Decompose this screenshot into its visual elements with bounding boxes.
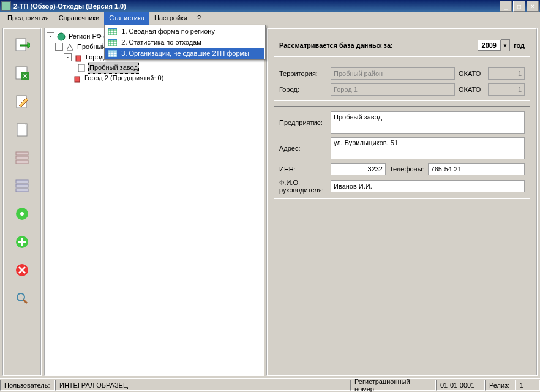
svg-rect-34	[18, 241, 26, 243]
menu-statistics-label: Статистика	[109, 14, 144, 21]
tree-label-selected: Пробный завод	[88, 62, 139, 74]
window-title: 2-ТП (Обзор)-Отходы (Версия 1.0)	[13, 2, 498, 10]
tree-city2[interactable]: Город 2 (Предприятий: 0)	[47, 73, 261, 83]
city-icon	[72, 74, 81, 83]
doc-icon	[77, 63, 86, 72]
svg-rect-24	[16, 152, 28, 155]
ok-button[interactable]	[12, 204, 32, 224]
svg-rect-25	[16, 156, 28, 159]
city-icon	[73, 53, 83, 62]
okato-label: ОКАТО	[459, 70, 484, 77]
statistics-dropdown: 1. Сводная форма по региону 2. Статистик…	[104, 24, 266, 60]
table-icon	[108, 49, 118, 58]
add-button[interactable]	[12, 232, 32, 252]
svg-rect-28	[16, 184, 28, 187]
inn-field[interactable]	[331, 163, 386, 175]
new-button[interactable]	[12, 119, 32, 139]
dd-label: 1. Сводная форма по региону	[121, 28, 215, 35]
svg-rect-26	[16, 160, 28, 164]
list1-button[interactable]	[12, 148, 32, 167]
phone-field[interactable]	[428, 163, 525, 175]
dd-label: 2. Статистика по отходам	[121, 39, 201, 46]
menu-directories[interactable]: Справочники	[54, 12, 105, 24]
territory-field	[331, 67, 455, 80]
year-dropdown-button[interactable]: ▼	[501, 39, 510, 51]
menu-enterprises[interactable]: Предприятия	[2, 12, 54, 24]
svg-rect-42	[75, 77, 80, 82]
tree-plant[interactable]: Пробный завод	[47, 62, 261, 73]
globe-icon	[56, 32, 66, 41]
toolbar: X	[2, 28, 42, 376]
dd-item-missing-orgs[interactable]: 3. Организации, не сдавшие 2ТП формы	[105, 48, 264, 59]
menubar: Предприятия Справочники Статистика 1. Св…	[0, 12, 540, 25]
status-user-lbl: Пользователь:	[0, 380, 55, 391]
search-button[interactable]	[12, 288, 32, 308]
status-rel: 1	[516, 380, 540, 391]
menu-statistics[interactable]: Статистика 1. Сводная форма по региону 2…	[104, 12, 149, 24]
table-icon	[108, 27, 118, 36]
status-reg: 01-01-0001	[436, 380, 485, 391]
svg-rect-29	[16, 189, 28, 192]
status-user: ИНТЕГРАЛ ОБРАЗЕЦ	[55, 380, 350, 391]
excel-button[interactable]: X	[12, 63, 32, 83]
fio-label: Ф.И.О.руководителя:	[279, 179, 327, 194]
dd-label: 3. Организации, не сдавшие 2ТП формы	[121, 50, 249, 57]
close-button[interactable]: ×	[527, 1, 539, 12]
list2-button[interactable]	[12, 176, 32, 195]
delete-button[interactable]	[12, 260, 32, 280]
okato2-field	[488, 83, 525, 96]
svg-rect-5	[108, 28, 117, 29]
svg-rect-41	[78, 64, 84, 72]
status-reg-lbl: Регистрационный номер:	[350, 380, 436, 391]
svg-point-38	[58, 33, 65, 40]
collapse-icon[interactable]: -	[55, 43, 63, 51]
svg-rect-27	[16, 180, 28, 183]
svg-line-37	[23, 300, 27, 303]
city-field	[331, 83, 455, 96]
enterprise-label: Предприятие:	[279, 119, 327, 126]
minimize-button[interactable]: _	[500, 1, 512, 12]
phone-label: Телефоны:	[389, 165, 424, 173]
tree-label: Город	[84, 52, 105, 62]
region-icon	[65, 42, 74, 51]
export-button[interactable]	[12, 35, 32, 55]
maximize-button[interactable]: □	[513, 1, 525, 12]
territory-label: Территория:	[279, 70, 327, 77]
tree-label: Регион РФ (	[67, 31, 107, 42]
table-icon	[108, 38, 118, 47]
app-icon	[1, 1, 11, 11]
okato-label: ОКАТО	[459, 86, 484, 93]
svg-rect-23	[17, 124, 27, 136]
db-header: Рассматривается база данных за:	[279, 42, 478, 49]
collapse-icon[interactable]: -	[47, 32, 54, 40]
form-panel: Рассматривается база данных за: 2009 ▼ г…	[266, 28, 538, 376]
city-label: Город:	[279, 86, 327, 93]
tree-label: Пробный	[76, 42, 107, 52]
tree-label: Город 2 (Предприятий: 0)	[83, 73, 165, 83]
svg-marker-39	[67, 44, 73, 50]
address-field[interactable]: ул. Бурильщиков, 51	[331, 137, 525, 159]
edit-button[interactable]	[12, 91, 32, 111]
inn-label: ИНН:	[279, 165, 327, 173]
status-rel-lbl: Релиз:	[485, 380, 516, 391]
enterprise-field[interactable]: Пробный завод	[331, 111, 525, 134]
titlebar: 2-ТП (Обзор)-Отходы (Версия 1.0) _ □ ×	[0, 0, 540, 12]
statusbar: Пользователь: ИНТЕГРАЛ ОБРАЗЕЦ Регистрац…	[0, 378, 540, 392]
svg-rect-40	[76, 56, 81, 61]
dd-item-waste-stats[interactable]: 2. Статистика по отходам	[105, 37, 264, 48]
menu-help[interactable]: ?	[192, 12, 206, 24]
tree-panel: - Регион РФ ( - Пробный - Город Пробный …	[44, 28, 264, 376]
svg-point-31	[20, 212, 24, 216]
svg-rect-11	[108, 39, 117, 40]
year-value: 2009	[478, 40, 501, 51]
year-suffix: год	[514, 42, 525, 49]
fio-field[interactable]	[331, 180, 525, 192]
menu-settings[interactable]: Настройки	[149, 12, 192, 24]
address-label: Адрес:	[279, 145, 327, 152]
dd-item-summary[interactable]: 1. Сводная форма по региону	[105, 26, 264, 37]
svg-text:X: X	[23, 73, 27, 79]
svg-rect-17	[108, 50, 117, 51]
collapse-icon[interactable]: -	[64, 53, 72, 61]
okato1-field	[488, 67, 525, 80]
